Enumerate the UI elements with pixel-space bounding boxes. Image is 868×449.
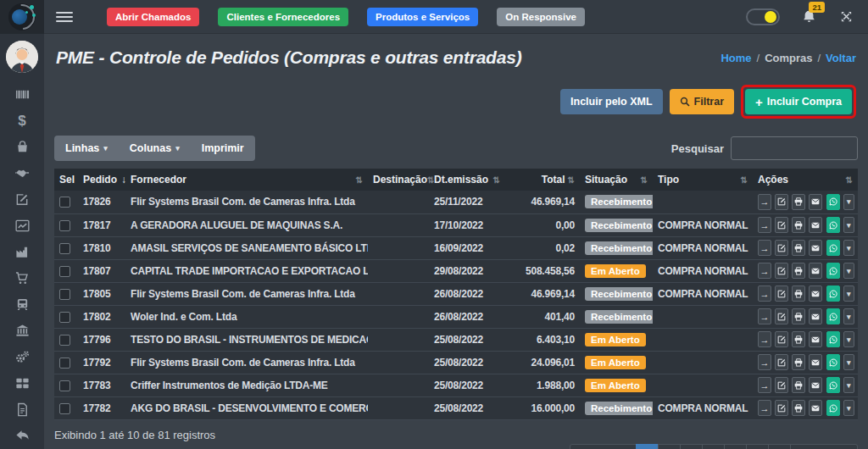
col-tipo[interactable]: Tipo⇅ bbox=[653, 169, 753, 191]
row-checkbox[interactable] bbox=[59, 358, 70, 369]
open-order-button[interactable]: → bbox=[758, 194, 771, 210]
bank-icon[interactable] bbox=[13, 323, 31, 339]
more-actions-button[interactable]: ▾ bbox=[843, 331, 854, 347]
row-checkbox[interactable] bbox=[59, 197, 70, 208]
email-order-button[interactable] bbox=[809, 217, 822, 233]
col-situacao[interactable]: Situação⇅ bbox=[580, 169, 653, 191]
edit-order-button[interactable] bbox=[775, 263, 788, 279]
pagination-next[interactable]: Próximo bbox=[790, 444, 858, 449]
produtos-servicos-button[interactable]: Produtos e Serviços bbox=[367, 8, 478, 26]
print-order-button[interactable] bbox=[792, 400, 805, 416]
col-total[interactable]: Total⇅ bbox=[505, 169, 580, 191]
whatsapp-button[interactable] bbox=[826, 263, 840, 279]
linhas-dropdown[interactable]: Linhas▾ bbox=[54, 136, 119, 161]
pagination-page[interactable]: 3 bbox=[680, 444, 703, 449]
whatsapp-button[interactable] bbox=[826, 217, 840, 233]
whatsapp-button[interactable] bbox=[826, 377, 840, 393]
row-checkbox[interactable] bbox=[59, 335, 70, 346]
more-actions-button[interactable]: ▾ bbox=[843, 354, 854, 370]
breadcrumb-home-link[interactable]: Home bbox=[721, 52, 751, 64]
row-checkbox[interactable] bbox=[59, 312, 70, 323]
print-order-button[interactable] bbox=[792, 377, 805, 393]
search-input[interactable] bbox=[731, 136, 858, 160]
open-order-button[interactable]: → bbox=[758, 308, 771, 324]
more-actions-button[interactable]: ▾ bbox=[843, 194, 854, 210]
edit-order-button[interactable] bbox=[775, 217, 788, 233]
more-actions-button[interactable]: ▾ bbox=[843, 400, 854, 416]
open-order-button[interactable]: → bbox=[758, 377, 771, 393]
edit-order-button[interactable] bbox=[775, 331, 788, 347]
print-order-button[interactable] bbox=[792, 263, 805, 279]
whatsapp-button[interactable] bbox=[826, 354, 840, 370]
incluir-compra-button[interactable]: + Incluir Compra bbox=[745, 89, 852, 114]
document-icon[interactable] bbox=[13, 402, 31, 418]
table-row[interactable]: 17826 Flir Systems Brasil Com. de Camera… bbox=[54, 191, 858, 213]
breadcrumb-voltar-link[interactable]: Voltar bbox=[826, 52, 856, 64]
open-order-button[interactable]: → bbox=[758, 240, 771, 256]
whatsapp-button[interactable] bbox=[826, 308, 840, 324]
app-logo[interactable] bbox=[0, 0, 44, 34]
theme-toggle[interactable] bbox=[746, 8, 780, 25]
row-checkbox[interactable] bbox=[59, 380, 70, 391]
email-order-button[interactable] bbox=[809, 377, 822, 393]
clientes-fornecedores-button[interactable]: Clientes e Fornecedores bbox=[218, 8, 348, 26]
open-order-button[interactable]: → bbox=[758, 331, 771, 347]
col-dt-emissao[interactable]: Dt.emissão⇅ bbox=[429, 169, 505, 191]
pagination-prev[interactable]: Anterior bbox=[570, 444, 637, 449]
truck-icon[interactable] bbox=[13, 297, 31, 313]
pagination-page[interactable]: 9 bbox=[768, 444, 791, 449]
fullscreen-icon[interactable] bbox=[840, 10, 853, 23]
table-row[interactable]: 17805 Flir Systems Brasil Com. de Camera… bbox=[54, 282, 858, 305]
print-order-button[interactable] bbox=[792, 308, 805, 324]
table-row[interactable]: 17796 TESTO DO BRASIL - INSTRUMENTOS DE … bbox=[54, 328, 858, 351]
handshake-icon[interactable] bbox=[13, 165, 31, 181]
more-actions-button[interactable]: ▾ bbox=[843, 263, 854, 279]
email-order-button[interactable] bbox=[809, 285, 822, 302]
col-fornecedor[interactable]: Fornecedor⇅ bbox=[125, 169, 368, 191]
email-order-button[interactable] bbox=[809, 194, 822, 210]
factory-icon[interactable] bbox=[13, 244, 31, 260]
open-order-button[interactable]: → bbox=[758, 354, 771, 370]
email-order-button[interactable] bbox=[809, 240, 822, 256]
imprimir-button[interactable]: Imprimir bbox=[191, 136, 255, 161]
back-arrow-icon[interactable] bbox=[13, 428, 31, 444]
on-responsive-button[interactable]: On Responsive bbox=[497, 8, 585, 26]
row-checkbox[interactable] bbox=[59, 220, 70, 231]
table-row[interactable]: 17810 AMASIL SERVIÇOS DE SANEAMENTO BÁSI… bbox=[54, 236, 858, 259]
incluir-xml-button[interactable]: Incluir pelo XML bbox=[560, 89, 663, 114]
edit-order-button[interactable] bbox=[775, 400, 788, 416]
open-order-button[interactable]: → bbox=[758, 400, 771, 416]
open-order-button[interactable]: → bbox=[758, 217, 771, 233]
edit-order-button[interactable] bbox=[775, 285, 788, 302]
whatsapp-button[interactable] bbox=[826, 194, 840, 210]
row-checkbox[interactable] bbox=[59, 403, 70, 414]
whatsapp-button[interactable] bbox=[826, 240, 840, 256]
open-order-button[interactable]: → bbox=[758, 263, 771, 279]
colunas-dropdown[interactable]: Colunas▾ bbox=[119, 136, 191, 161]
col-pedido[interactable]: Pedido↓ bbox=[78, 169, 125, 191]
col-destinacao[interactable]: Destinação⇅ bbox=[368, 169, 429, 191]
table-row[interactable]: 17802 Woler Ind. e Com. Ltda 26/08/2022 … bbox=[54, 305, 858, 328]
edit-order-button[interactable] bbox=[775, 354, 788, 370]
email-order-button[interactable] bbox=[809, 331, 822, 347]
print-order-button[interactable] bbox=[792, 331, 805, 347]
table-row[interactable]: 17783 Criffer Instrumentos de Medição LT… bbox=[54, 374, 858, 396]
email-order-button[interactable] bbox=[809, 308, 822, 324]
table-row[interactable]: 17807 CAPITAL TRADE IMPORTACAO E EXPORTA… bbox=[54, 259, 858, 282]
table-row[interactable]: 17792 Flir Systems Brasil Com. de Camera… bbox=[54, 351, 858, 374]
more-actions-button[interactable]: ▾ bbox=[843, 377, 854, 393]
notifications-button[interactable]: 21 bbox=[802, 9, 816, 24]
print-order-button[interactable] bbox=[792, 194, 805, 210]
email-order-button[interactable] bbox=[809, 263, 822, 279]
dollar-icon[interactable]: $ bbox=[13, 113, 31, 129]
whatsapp-button[interactable] bbox=[826, 285, 840, 302]
abrir-chamados-button[interactable]: Abrir Chamados bbox=[107, 8, 199, 26]
more-actions-button[interactable]: ▾ bbox=[843, 285, 854, 302]
edit-order-button[interactable] bbox=[775, 377, 788, 393]
grid-icon[interactable] bbox=[13, 375, 31, 391]
row-checkbox[interactable] bbox=[59, 266, 70, 277]
email-order-button[interactable] bbox=[809, 400, 822, 416]
row-checkbox[interactable] bbox=[59, 289, 70, 300]
menu-icon[interactable] bbox=[56, 12, 73, 22]
shopping-bag-icon[interactable] bbox=[13, 139, 31, 155]
